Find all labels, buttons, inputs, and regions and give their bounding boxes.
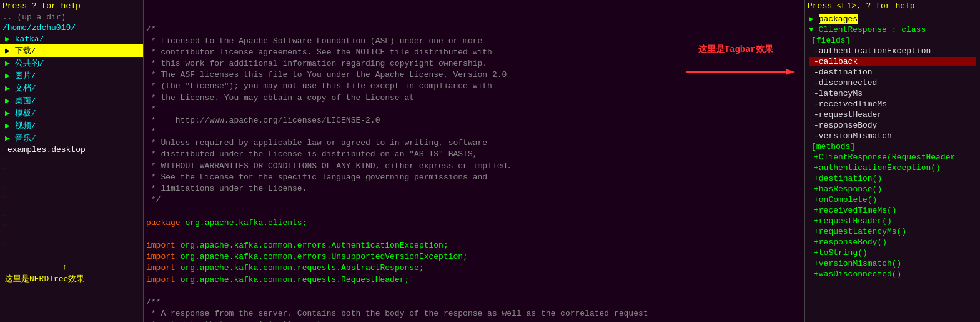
file-tree-item[interactable]: ▶ 文档/ xyxy=(0,82,143,94)
code-line: * (the "License"); you may not use this … xyxy=(146,81,802,92)
tagbar-header: Press <F1>, ? for help xyxy=(805,0,980,12)
code-line: package org.apache.kafka.clients; xyxy=(146,218,802,229)
file-tree-item[interactable]: .. (up a dir) xyxy=(0,12,143,23)
code-line xyxy=(146,229,802,240)
nerdtree-panel: Press ? for help .. (up a dir)/home/zdch… xyxy=(0,0,144,322)
code-line: * this work for additional information r… xyxy=(146,58,802,69)
tagbar-item[interactable]: +requestHeader() xyxy=(808,216,978,226)
nerdtree-header: Press ? for help xyxy=(0,0,143,12)
tagbar-content[interactable]: ▶ packages▼ ClientResponse : class[field… xyxy=(805,12,980,322)
tilde-line: ~ xyxy=(0,221,143,230)
tilde-line: ~ xyxy=(0,174,143,183)
code-line: * metadata that was originally sent. xyxy=(146,319,802,322)
tagbar-item[interactable]: [fields] xyxy=(808,35,978,46)
tagbar-item[interactable]: -authenticationException xyxy=(808,46,978,56)
file-tree-item[interactable]: /home/zdchu019/ xyxy=(0,23,143,33)
tagbar-item[interactable]: +receivedTimeMs() xyxy=(808,205,978,216)
code-editor-panel: /* * Licensed to the Apache Software Fou… xyxy=(144,0,805,322)
tagbar-item[interactable]: +destination() xyxy=(808,173,978,184)
tagbar-item[interactable]: [methods] xyxy=(808,141,978,152)
code-line xyxy=(146,286,802,297)
tilde-line: ~ xyxy=(0,155,143,164)
code-line: * The ASF licenses this file to You unde… xyxy=(146,69,802,81)
code-line: * contributor license agreements. See th… xyxy=(146,47,802,58)
code-line: import org.apache.kafka.common.errors.Un… xyxy=(146,251,802,263)
tagbar-item[interactable]: +hasResponse() xyxy=(808,184,978,194)
code-line: * A response from the server. Contains b… xyxy=(146,308,802,319)
file-tree-item[interactable]: ▶ 视频/ xyxy=(0,119,143,132)
file-tree-item[interactable]: examples.desktop xyxy=(0,144,143,155)
tagbar-item[interactable]: -responseBody xyxy=(808,120,978,131)
nerdtree-arrow: ↑ xyxy=(62,263,67,272)
code-line: */ xyxy=(146,194,802,206)
tilde-line: ~ xyxy=(0,193,143,202)
code-line: import org.apache.kafka.common.requests.… xyxy=(146,274,802,286)
code-content: /* * Licensed to the Apache Software Fou… xyxy=(144,0,804,322)
file-tree-item[interactable]: ▶ 图片/ xyxy=(0,69,143,82)
tagbar-item[interactable]: -receivedTimeMs xyxy=(808,99,978,109)
tilde-line: ~ xyxy=(0,239,143,249)
file-tree-item[interactable]: ▶ 桌面/ xyxy=(0,94,143,107)
tagbar-item[interactable]: +versionMismatch() xyxy=(808,258,978,269)
tilde-line: ~ xyxy=(0,230,143,239)
tilde-line: ~ xyxy=(0,183,143,193)
code-line: * Unless required by applicable law or a… xyxy=(146,138,802,149)
code-line: * WITHOUT WARRANTIES OR CONDITIONS OF AN… xyxy=(146,161,802,172)
tagbar-item[interactable]: +requestLatencyMs() xyxy=(808,226,978,237)
nerdtree-label: 这里是NERDTree效果 xyxy=(5,273,84,284)
code-line: * http://www.apache.org/licenses/LICENSE… xyxy=(146,115,802,126)
code-line: * distributed under the License is distr… xyxy=(146,149,802,160)
tagbar-item[interactable]: +ClientResponse(RequestHeader xyxy=(808,152,978,163)
tagbar-item[interactable]: -requestHeader xyxy=(808,109,978,120)
tagbar-item[interactable]: -callback xyxy=(808,56,978,67)
tagbar-item[interactable]: +toString() xyxy=(808,248,978,258)
tagbar-item[interactable]: ▶ packages xyxy=(808,13,978,24)
tagbar-panel: Press <F1>, ? for help ▶ packages▼ Clien… xyxy=(805,0,980,322)
tagbar-item[interactable]: +onComplete() xyxy=(808,194,978,205)
code-line: /* xyxy=(146,24,802,35)
file-tree-item[interactable]: ▶ 下载/ xyxy=(0,44,143,57)
code-line: * limitations under the License. xyxy=(146,183,802,194)
tagbar-item[interactable]: -latencyMs xyxy=(808,88,978,99)
code-line: /** xyxy=(146,297,802,308)
file-tree-item[interactable]: ▶ kafka/ xyxy=(0,33,143,44)
tilde-line: ~ xyxy=(0,164,143,174)
code-line: * See the License for the specific langu… xyxy=(146,172,802,183)
tilde-line: ~ xyxy=(0,202,143,211)
code-line: * xyxy=(146,104,802,115)
tagbar-item[interactable]: +authenticationException() xyxy=(808,163,978,173)
code-line: * xyxy=(146,126,802,138)
tagbar-item[interactable]: +responseBody() xyxy=(808,237,978,248)
tagbar-item[interactable]: +wasDisconnected() xyxy=(808,269,978,279)
code-line: * Licensed to the Apache Software Founda… xyxy=(146,36,802,47)
code-line: import org.apache.kafka.common.requests.… xyxy=(146,263,802,274)
file-tree-item[interactable]: ▶ 音乐/ xyxy=(0,132,143,144)
code-line: * the License. You may obtain a copy of … xyxy=(146,93,802,104)
file-tree-item[interactable]: ▶ 公共的/ xyxy=(0,57,143,69)
code-line: import org.apache.kafka.common.errors.Au… xyxy=(146,240,802,251)
tilde-line: ~ xyxy=(0,211,143,221)
tagbar-item[interactable]: -disconnected xyxy=(808,78,978,88)
file-tree-item[interactable]: ▶ 模板/ xyxy=(0,107,143,119)
code-line xyxy=(146,206,802,217)
tagbar-item[interactable]: -destination xyxy=(808,67,978,78)
tagbar-item[interactable]: ▼ ClientResponse : class xyxy=(808,24,978,35)
tagbar-item[interactable]: -versionMismatch xyxy=(808,131,978,141)
